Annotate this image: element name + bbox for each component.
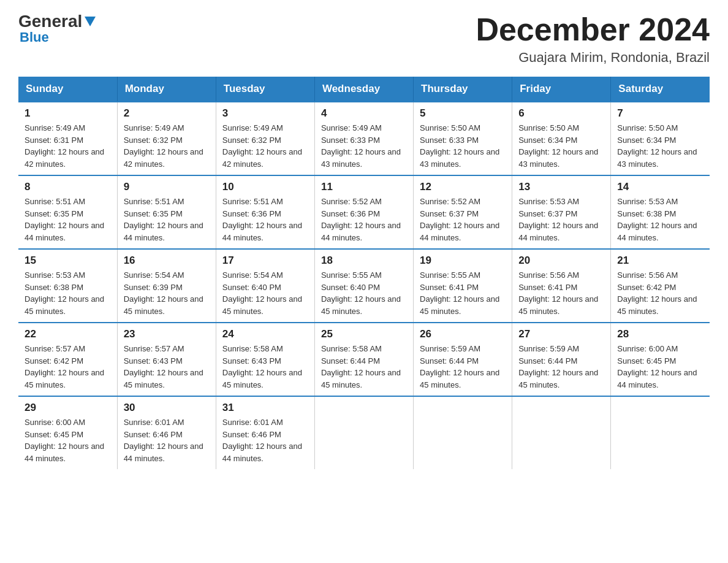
day-info: Sunrise: 5:58 AM Sunset: 6:43 PM Dayligh…	[222, 343, 308, 391]
table-row: 9 Sunrise: 5:51 AM Sunset: 6:35 PM Dayli…	[117, 175, 216, 249]
day-number: 5	[420, 107, 506, 120]
table-row: 24 Sunrise: 5:58 AM Sunset: 6:43 PM Dayl…	[216, 323, 314, 396]
day-number: 16	[124, 255, 210, 267]
table-row: 1 Sunrise: 5:49 AM Sunset: 6:31 PM Dayli…	[18, 102, 117, 175]
day-number: 25	[321, 328, 407, 340]
calendar-table: Sunday Monday Tuesday Wednesday Thursday…	[18, 77, 710, 469]
day-number: 2	[124, 107, 210, 120]
day-number: 22	[25, 328, 111, 340]
calendar-body: 1 Sunrise: 5:49 AM Sunset: 6:31 PM Dayli…	[18, 102, 710, 469]
day-number: 11	[321, 181, 407, 193]
table-row: 13 Sunrise: 5:53 AM Sunset: 6:37 PM Dayl…	[512, 175, 611, 249]
day-info: Sunrise: 5:50 AM Sunset: 6:33 PM Dayligh…	[420, 122, 506, 170]
day-number: 28	[617, 328, 703, 340]
day-number: 30	[124, 402, 210, 414]
day-info: Sunrise: 5:49 AM Sunset: 6:32 PM Dayligh…	[124, 122, 210, 170]
day-number: 1	[25, 107, 111, 120]
day-number: 12	[420, 181, 506, 193]
table-row	[314, 396, 413, 469]
day-number: 15	[25, 255, 111, 267]
table-row: 22 Sunrise: 5:57 AM Sunset: 6:42 PM Dayl…	[18, 323, 117, 396]
day-info: Sunrise: 5:57 AM Sunset: 6:42 PM Dayligh…	[25, 343, 111, 391]
day-number: 10	[222, 181, 308, 193]
table-row: 31 Sunrise: 6:01 AM Sunset: 6:46 PM Dayl…	[216, 396, 314, 469]
day-number: 29	[25, 402, 111, 414]
day-number: 26	[420, 328, 506, 340]
table-row: 30 Sunrise: 6:01 AM Sunset: 6:46 PM Dayl…	[117, 396, 216, 469]
day-info: Sunrise: 5:53 AM Sunset: 6:37 PM Dayligh…	[518, 196, 604, 243]
table-row	[414, 396, 512, 469]
day-info: Sunrise: 5:54 AM Sunset: 6:39 PM Dayligh…	[124, 269, 210, 317]
table-row: 23 Sunrise: 5:57 AM Sunset: 6:43 PM Dayl…	[117, 323, 216, 396]
logo-blue-text: Blue	[20, 29, 49, 45]
day-info: Sunrise: 5:49 AM Sunset: 6:32 PM Dayligh…	[222, 122, 308, 170]
logo-general-text: General	[18, 13, 82, 30]
table-row: 8 Sunrise: 5:51 AM Sunset: 6:35 PM Dayli…	[18, 175, 117, 249]
day-info: Sunrise: 6:01 AM Sunset: 6:46 PM Dayligh…	[222, 416, 308, 464]
table-row: 7 Sunrise: 5:50 AM Sunset: 6:34 PM Dayli…	[611, 102, 710, 175]
table-row: 12 Sunrise: 5:52 AM Sunset: 6:37 PM Dayl…	[414, 175, 512, 249]
svg-marker-0	[85, 17, 96, 26]
day-number: 8	[25, 181, 111, 193]
day-info: Sunrise: 5:53 AM Sunset: 6:38 PM Dayligh…	[25, 269, 111, 317]
day-number: 19	[420, 255, 506, 267]
table-row: 4 Sunrise: 5:49 AM Sunset: 6:33 PM Dayli…	[314, 102, 413, 175]
day-number: 23	[124, 328, 210, 340]
table-row: 2 Sunrise: 5:49 AM Sunset: 6:32 PM Dayli…	[117, 102, 216, 175]
day-number: 13	[518, 181, 604, 193]
day-info: Sunrise: 5:49 AM Sunset: 6:31 PM Dayligh…	[25, 122, 111, 170]
day-info: Sunrise: 5:55 AM Sunset: 6:41 PM Dayligh…	[420, 269, 506, 317]
day-info: Sunrise: 5:57 AM Sunset: 6:43 PM Dayligh…	[124, 343, 210, 391]
day-number: 14	[617, 181, 703, 193]
table-row: 27 Sunrise: 5:59 AM Sunset: 6:44 PM Dayl…	[512, 323, 611, 396]
day-info: Sunrise: 6:00 AM Sunset: 6:45 PM Dayligh…	[617, 343, 703, 391]
header: General Blue December 2024 Guajara Mirim…	[18, 12, 710, 66]
day-info: Sunrise: 5:51 AM Sunset: 6:36 PM Dayligh…	[222, 196, 308, 243]
day-number: 21	[617, 255, 703, 267]
table-row: 5 Sunrise: 5:50 AM Sunset: 6:33 PM Dayli…	[414, 102, 512, 175]
day-number: 31	[222, 402, 308, 414]
table-row: 21 Sunrise: 5:56 AM Sunset: 6:42 PM Dayl…	[611, 249, 710, 323]
logo-arrow-icon	[85, 13, 96, 31]
day-number: 27	[518, 328, 604, 340]
day-info: Sunrise: 5:53 AM Sunset: 6:38 PM Dayligh…	[617, 196, 703, 243]
day-info: Sunrise: 5:56 AM Sunset: 6:42 PM Dayligh…	[617, 269, 703, 317]
header-thursday: Thursday	[414, 77, 512, 102]
day-info: Sunrise: 5:49 AM Sunset: 6:33 PM Dayligh…	[321, 122, 407, 170]
day-info: Sunrise: 5:50 AM Sunset: 6:34 PM Dayligh…	[617, 122, 703, 170]
table-row: 3 Sunrise: 5:49 AM Sunset: 6:32 PM Dayli…	[216, 102, 314, 175]
day-info: Sunrise: 5:52 AM Sunset: 6:36 PM Dayligh…	[321, 196, 407, 243]
day-number: 7	[617, 107, 703, 120]
day-number: 9	[124, 181, 210, 193]
day-number: 24	[222, 328, 308, 340]
day-info: Sunrise: 5:50 AM Sunset: 6:34 PM Dayligh…	[518, 122, 604, 170]
day-number: 3	[222, 107, 308, 120]
day-info: Sunrise: 5:51 AM Sunset: 6:35 PM Dayligh…	[124, 196, 210, 243]
table-row: 6 Sunrise: 5:50 AM Sunset: 6:34 PM Dayli…	[512, 102, 611, 175]
table-row: 20 Sunrise: 5:56 AM Sunset: 6:41 PM Dayl…	[512, 249, 611, 323]
day-info: Sunrise: 6:00 AM Sunset: 6:45 PM Dayligh…	[25, 416, 111, 464]
header-saturday: Saturday	[611, 77, 710, 102]
title-area: December 2024 Guajara Mirim, Rondonia, B…	[476, 12, 710, 66]
day-info: Sunrise: 5:51 AM Sunset: 6:35 PM Dayligh…	[25, 196, 111, 243]
table-row: 26 Sunrise: 5:59 AM Sunset: 6:44 PM Dayl…	[414, 323, 512, 396]
day-info: Sunrise: 5:54 AM Sunset: 6:40 PM Dayligh…	[222, 269, 308, 317]
day-info: Sunrise: 5:55 AM Sunset: 6:40 PM Dayligh…	[321, 269, 407, 317]
table-row: 19 Sunrise: 5:55 AM Sunset: 6:41 PM Dayl…	[414, 249, 512, 323]
page-subtitle: Guajara Mirim, Rondonia, Brazil	[476, 50, 710, 66]
header-monday: Monday	[117, 77, 216, 102]
day-info: Sunrise: 5:59 AM Sunset: 6:44 PM Dayligh…	[420, 343, 506, 391]
table-row: 25 Sunrise: 5:58 AM Sunset: 6:44 PM Dayl…	[314, 323, 413, 396]
table-row	[611, 396, 710, 469]
day-number: 17	[222, 255, 308, 267]
day-number: 6	[518, 107, 604, 120]
logo: General Blue	[18, 12, 96, 45]
day-info: Sunrise: 5:59 AM Sunset: 6:44 PM Dayligh…	[518, 343, 604, 391]
table-row: 28 Sunrise: 6:00 AM Sunset: 6:45 PM Dayl…	[611, 323, 710, 396]
table-row: 18 Sunrise: 5:55 AM Sunset: 6:40 PM Dayl…	[314, 249, 413, 323]
table-row: 10 Sunrise: 5:51 AM Sunset: 6:36 PM Dayl…	[216, 175, 314, 249]
day-info: Sunrise: 5:58 AM Sunset: 6:44 PM Dayligh…	[321, 343, 407, 391]
day-info: Sunrise: 5:56 AM Sunset: 6:41 PM Dayligh…	[518, 269, 604, 317]
day-number: 20	[518, 255, 604, 267]
table-row: 16 Sunrise: 5:54 AM Sunset: 6:39 PM Dayl…	[117, 249, 216, 323]
